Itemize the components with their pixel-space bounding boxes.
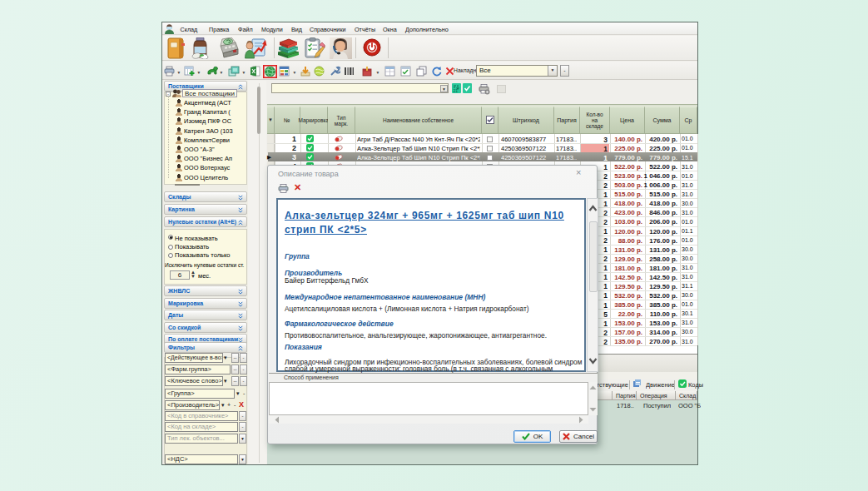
- svg-text:21: 21: [454, 88, 459, 93]
